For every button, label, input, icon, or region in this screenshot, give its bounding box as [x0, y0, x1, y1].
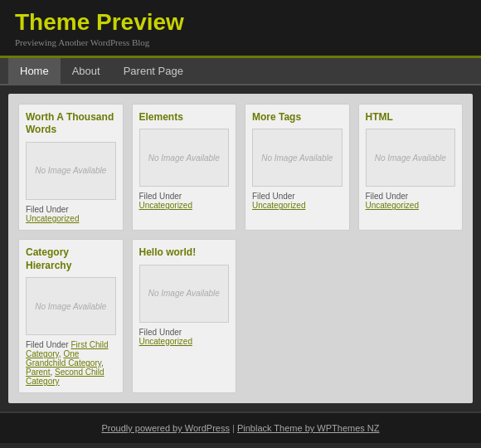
filed-under: Filed Under First Child Category, One Gr…: [26, 340, 116, 386]
image-placeholder-text: No Image Available: [148, 289, 220, 298]
image-placeholder: No Image Available: [139, 129, 230, 187]
post-card: Hello world!No Image AvailableFiled Unde…: [132, 239, 237, 393]
category-link[interactable]: Uncategorized: [26, 214, 79, 223]
post-card: Worth A Thousand WordsNo Image Available…: [18, 104, 124, 231]
image-placeholder-text: No Image Available: [261, 153, 333, 163]
post-card: More TagsNo Image AvailableFiled Under U…: [245, 104, 350, 231]
filed-under: Filed Under Uncategorized: [252, 192, 343, 210]
site-subtitle: Previewing Another WordPress Blog: [15, 37, 466, 47]
image-placeholder-text: No Image Available: [35, 166, 106, 175]
image-placeholder: No Image Available: [26, 277, 116, 335]
post-card: Category HierarchyNo Image AvailableFile…: [18, 239, 124, 393]
nav-link[interactable]: About: [61, 58, 112, 84]
filed-under: Filed Under Uncategorized: [366, 192, 456, 210]
post-card: ElementsNo Image AvailableFiled Under Un…: [132, 104, 237, 231]
footer-text: Proudly powered by WordPress | Pinblack …: [10, 423, 471, 433]
image-placeholder: No Image Available: [366, 129, 456, 187]
category-link[interactable]: Uncategorized: [252, 201, 305, 210]
content-wrapper: Worth A Thousand WordsNo Image Available…: [8, 94, 473, 403]
site-header: Theme Preview Previewing Another WordPre…: [0, 0, 481, 58]
category-link[interactable]: Uncategorized: [139, 337, 192, 346]
image-placeholder-text: No Image Available: [375, 153, 446, 163]
category-link[interactable]: Parent: [26, 368, 50, 377]
filed-under: Filed Under Uncategorized: [26, 205, 116, 223]
nav-item: About: [61, 58, 112, 84]
main-nav: HomeAboutParent Page: [0, 58, 481, 85]
footer-link[interactable]: Proudly powered by WordPress: [101, 423, 229, 433]
nav-item: Parent Page: [112, 58, 195, 84]
post-card: HTMLNo Image AvailableFiled Under Uncate…: [358, 104, 464, 231]
post-grid-top: Worth A Thousand WordsNo Image Available…: [18, 104, 463, 231]
post-title: Elements: [139, 111, 230, 124]
nav-item: Home: [8, 58, 61, 84]
footer-link[interactable]: Pinblack Theme by WPThemes NZ: [237, 423, 380, 433]
image-placeholder-text: No Image Available: [35, 302, 106, 311]
category-link[interactable]: Uncategorized: [139, 201, 192, 210]
nav-link[interactable]: Home: [8, 58, 61, 84]
site-title: Theme Preview: [15, 10, 466, 36]
post-title: More Tags: [252, 111, 343, 124]
filed-under: Filed Under Uncategorized: [139, 192, 230, 210]
image-placeholder: No Image Available: [26, 142, 116, 200]
image-placeholder: No Image Available: [139, 265, 230, 323]
site-footer: Proudly powered by WordPress | Pinblack …: [0, 411, 481, 443]
image-placeholder-text: No Image Available: [148, 153, 220, 163]
nav-list: HomeAboutParent Page: [8, 58, 473, 84]
post-title: Category Hierarchy: [26, 246, 116, 272]
category-link[interactable]: Uncategorized: [366, 201, 419, 210]
filed-under: Filed Under Uncategorized: [139, 328, 230, 346]
post-grid-bottom: Category HierarchyNo Image AvailableFile…: [18, 239, 463, 393]
image-placeholder: No Image Available: [252, 129, 343, 187]
nav-link[interactable]: Parent Page: [112, 58, 195, 84]
post-title: Hello world!: [139, 246, 230, 260]
post-title: HTML: [366, 111, 456, 124]
post-title: Worth A Thousand Words: [26, 111, 116, 137]
